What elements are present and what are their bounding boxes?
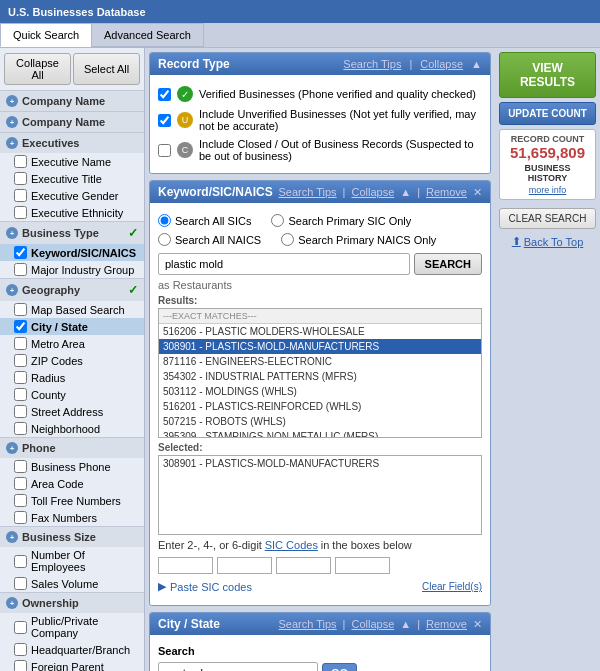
sidebar-section-business-type: + Business Type ✓ Keyword/SIC/NAICS Majo…	[0, 222, 144, 279]
sidebar-item-employees[interactable]: Number Of Employees	[0, 547, 144, 575]
sidebar-item-neighborhood[interactable]: Neighborhood	[0, 420, 144, 437]
view-results-button[interactable]: VIEW RESULTS	[499, 52, 596, 98]
select-all-button[interactable]: Select All	[73, 53, 140, 85]
sic-codes-link[interactable]: SIC Codes	[265, 539, 318, 551]
back-to-top[interactable]: ⬆ Back To Top	[499, 235, 596, 248]
sidebar-section-executives: + Executives Executive Name Executive Ti…	[0, 133, 144, 222]
keyword-remove[interactable]: Remove	[426, 186, 467, 198]
keyword-panel-header: Keyword/SIC/NAICS Search Tips | Collapse…	[150, 181, 490, 203]
radio-all-sics[interactable]: Search All SICs	[158, 214, 251, 227]
sidebar-section-header-ownership[interactable]: + Ownership	[0, 593, 144, 613]
record-option-closed[interactable]: C Include Closed / Out of Business Recor…	[158, 135, 482, 165]
city-search-input[interactable]	[158, 662, 318, 671]
sic-input-2[interactable]	[217, 557, 272, 574]
verified-checkbox[interactable]	[158, 88, 171, 101]
record-option-verified[interactable]: ✓ Verified Businesses (Phone verified an…	[158, 83, 482, 105]
keyword-results-label: Results:	[158, 291, 482, 308]
sidebar-item-city-state[interactable]: City / State	[0, 318, 144, 335]
result-item-3[interactable]: 354302 - INDUSTRIAL PATTERNS (MFRS)	[159, 369, 481, 384]
verified-icon: ✓	[177, 86, 193, 102]
sidebar-item-street[interactable]: Street Address	[0, 403, 144, 420]
sidebar-item-foreign-parent[interactable]: Foreign Parent	[0, 658, 144, 671]
city-go-button[interactable]: GO	[322, 663, 357, 671]
clear-fields-link[interactable]: Clear Field(s)	[422, 581, 482, 592]
city-remove-x: ✕	[473, 618, 482, 631]
sidebar-item-radius[interactable]: Radius	[0, 369, 144, 386]
sidebar-item-exec-ethnicity[interactable]: Executive Ethnicity	[0, 204, 144, 221]
sidebar-item-county[interactable]: County	[0, 386, 144, 403]
sidebar-item-exec-gender[interactable]: Executive Gender	[0, 187, 144, 204]
keyword-search-input[interactable]	[158, 253, 410, 275]
radio-primary-sic[interactable]: Search Primary SIC Only	[271, 214, 411, 227]
result-item-5[interactable]: 516201 - PLASTICS-REINFORCED (WHLS)	[159, 399, 481, 414]
closed-checkbox[interactable]	[158, 144, 171, 157]
sidebar-item-biz-phone[interactable]: Business Phone	[0, 458, 144, 475]
sidebar-item-fax[interactable]: Fax Numbers	[0, 509, 144, 526]
sidebar-item-toll-free[interactable]: Toll Free Numbers	[0, 492, 144, 509]
record-option-unverified[interactable]: U Include Unverified Businesses (Not yet…	[158, 105, 482, 135]
city-state-body: Search GO Results Santa Clara, CA ⊞	[150, 635, 490, 671]
collapse-all-button[interactable]: Collapse All	[4, 53, 71, 85]
update-count-button[interactable]: UPDATE COUNT	[499, 102, 596, 125]
right-panel: VIEW RESULTS UPDATE COUNT RECORD COUNT 5…	[495, 48, 600, 671]
unverified-checkbox[interactable]	[158, 114, 171, 127]
sidebar-item-keyword[interactable]: Keyword/SIC/NAICS	[0, 244, 144, 261]
city-collapse[interactable]: Collapse	[351, 618, 394, 630]
tab-quick-search[interactable]: Quick Search	[0, 23, 92, 47]
sidebar-item-zip[interactable]: ZIP Codes	[0, 352, 144, 369]
sidebar-section-header-business-type[interactable]: + Business Type ✓	[0, 222, 144, 244]
keyword-radio-row1: Search All SICs Search Primary SIC Only	[158, 211, 482, 230]
sic-input-3[interactable]	[276, 557, 331, 574]
circle-icon-2: +	[6, 116, 18, 128]
sidebar-section-header-company-name[interactable]: + Company Name	[0, 112, 144, 132]
result-item-2[interactable]: 871116 - ENGINEERS-ELECTRONIC	[159, 354, 481, 369]
unverified-icon: U	[177, 112, 193, 128]
business-history-link[interactable]: more info	[529, 185, 567, 195]
sidebar-section-header-phone[interactable]: + Phone	[0, 438, 144, 458]
record-type-panel: Record Type Search Tips | Collapse ▲ ✓ V…	[149, 52, 491, 174]
sic-input-4[interactable]	[335, 557, 390, 574]
sidebar-company-name-label: Company Name	[22, 116, 105, 128]
result-item-1[interactable]: 308901 - PLASTICS-MOLD-MANUFACTURERS	[159, 339, 481, 354]
sidebar-section-company-name-top: + Company Name	[0, 91, 144, 112]
result-item-6[interactable]: 507215 - ROBOTS (WHLS)	[159, 414, 481, 429]
radio-primary-naics[interactable]: Search Primary NAICS Only	[281, 233, 436, 246]
sidebar-item-exec-title[interactable]: Executive Title	[0, 170, 144, 187]
sidebar-item-hq-branch[interactable]: Headquarter/Branch	[0, 641, 144, 658]
result-item-0[interactable]: 516206 - PLASTIC MOLDERS-WHOLESALE	[159, 324, 481, 339]
back-to-top-icon: ⬆	[512, 235, 521, 248]
city-search-label: Search	[158, 643, 482, 659]
record-type-collapse[interactable]: Collapse	[420, 58, 463, 70]
sidebar-item-map[interactable]: Map Based Search	[0, 301, 144, 318]
result-item-7[interactable]: 395309 - STAMPINGS-NON-METALLIC (MFRS)	[159, 429, 481, 438]
tab-advanced-search[interactable]: Advanced Search	[91, 23, 204, 47]
keyword-title: Keyword/SIC/NAICS	[158, 185, 273, 199]
result-item-4[interactable]: 503112 - MOLDINGS (WHLS)	[159, 384, 481, 399]
sidebar-item-area-code[interactable]: Area Code	[0, 475, 144, 492]
circle-icon-exec: +	[6, 137, 18, 149]
selected-item-0[interactable]: 308901 - PLASTICS-MOLD-MANUFACTURERS	[159, 456, 481, 471]
sidebar-section-header-biz-size[interactable]: + Business Size	[0, 527, 144, 547]
keyword-collapse[interactable]: Collapse	[351, 186, 394, 198]
sic-hint-row: Enter 2-, 4-, or 6-digit SIC Codes in th…	[158, 535, 482, 555]
record-type-search-tips[interactable]: Search Tips	[343, 58, 401, 70]
paste-sic-link[interactable]: ▶ Paste SIC codes	[158, 580, 252, 593]
sidebar-section-header-executives[interactable]: + Executives	[0, 133, 144, 153]
keyword-search-button[interactable]: SEARCH	[414, 253, 482, 275]
city-search-tips[interactable]: Search Tips	[279, 618, 337, 630]
sidebar-section-ownership: + Ownership Public/Private Company Headq…	[0, 593, 144, 671]
keyword-search-tips[interactable]: Search Tips	[279, 186, 337, 198]
sidebar-item-major-industry[interactable]: Major Industry Group	[0, 261, 144, 278]
sidebar-item-exec-name[interactable]: Executive Name	[0, 153, 144, 170]
sidebar-item-sales-volume[interactable]: Sales Volume	[0, 575, 144, 592]
clear-search-button[interactable]: CLEAR SEARCH	[499, 208, 596, 229]
sic-input-1[interactable]	[158, 557, 213, 574]
sidebar-section-header-geography[interactable]: + Geography ✓	[0, 279, 144, 301]
sidebar-section-header-company-name-top[interactable]: + Company Name	[0, 91, 144, 111]
city-remove[interactable]: Remove	[426, 618, 467, 630]
sidebar-item-public-private[interactable]: Public/Private Company	[0, 613, 144, 641]
closed-text: Include Closed / Out of Business Records…	[199, 138, 482, 162]
keyword-results-list[interactable]: ---EXACT MATCHES--- 516206 - PLASTIC MOL…	[158, 308, 482, 438]
radio-all-naics[interactable]: Search All NAICS	[158, 233, 261, 246]
sidebar-item-metro[interactable]: Metro Area	[0, 335, 144, 352]
